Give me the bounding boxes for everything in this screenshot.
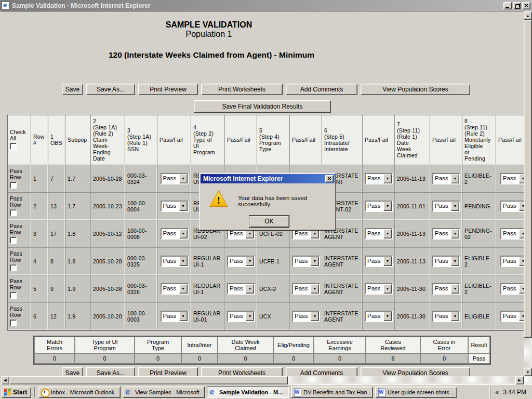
check-all-checkbox[interactable] <box>10 143 17 150</box>
view-population-scores-button[interactable]: View Population Scores <box>361 367 470 376</box>
pass-row-checkbox[interactable] <box>10 292 17 299</box>
cell-subpop: 1.9 <box>65 275 91 303</box>
pass-fail-select[interactable]: Pass▼ <box>500 201 524 212</box>
taskbar-task-4[interactable]: DV Benefits and Tax Han... <box>291 387 373 398</box>
cell-monetarily-eligible: ELIGIBLE-2 <box>462 275 496 303</box>
add-comments-button[interactable]: Add Comments <box>286 367 357 376</box>
pass-fail-select[interactable]: Pass▼ <box>227 283 255 295</box>
toolbar-bottom: SaveSave As...Print PreviewPrint Workshe… <box>62 367 470 376</box>
save-button[interactable]: Save <box>62 84 83 95</box>
cell-pass-fail: Pass▼ <box>430 275 462 303</box>
pass-fail-select[interactable]: Pass▼ <box>365 311 393 322</box>
pass-fail-select[interactable]: Pass▼ <box>500 256 524 267</box>
print-worksheets-button[interactable]: Print Worksheets <box>201 84 283 95</box>
taskbar-task-5[interactable]: User guide screen shots ... <box>375 387 457 398</box>
pass-fail-select[interactable]: Pass▼ <box>161 201 189 212</box>
pass-fail-select[interactable]: Pass▼ <box>432 228 460 240</box>
column-header: 6 (Step 5) Intrastate/ Interstate <box>322 115 363 165</box>
column-header: Pass/Fail <box>496 115 524 165</box>
pass-fail-select[interactable]: Pass▼ <box>292 283 320 295</box>
pass-fail-select[interactable]: Pass▼ <box>432 201 460 212</box>
taskbar-task-2[interactable]: View Samples - Microsoft... <box>123 387 205 398</box>
validation-item-title: 120 (Interstate Weeks Claimed from Agent… <box>1 50 422 60</box>
save-as-button[interactable]: Save As... <box>86 367 135 376</box>
cell-ssn: 100-00-0003 <box>125 303 157 330</box>
pass-fail-select[interactable]: Pass▼ <box>365 228 393 240</box>
ie-icon <box>125 388 133 396</box>
ok-button[interactable]: OK <box>249 215 289 228</box>
pass-fail-select[interactable]: Pass▼ <box>365 256 393 267</box>
pass-row-checkbox[interactable] <box>10 264 17 271</box>
pass-fail-select[interactable]: Pass▼ <box>432 173 460 184</box>
column-header-label: 3 (Step 1A) (Rule 1) SSN <box>127 127 151 152</box>
chevron-down-icon: ▼ <box>179 202 188 211</box>
pass-row-label: Pass Row <box>10 305 22 318</box>
pass-fail-select[interactable]: Pass▼ <box>432 283 460 295</box>
pass-fail-select[interactable]: Pass▼ <box>432 256 460 267</box>
scroll-right-icon[interactable]: ▶ <box>515 376 524 384</box>
start-button[interactable]: Start <box>2 387 31 398</box>
summary-header: Type of UI Program <box>75 337 135 353</box>
pass-fail-select[interactable]: Pass▼ <box>161 311 189 322</box>
cell-pass-fail: Pass▼ <box>496 303 524 330</box>
column-header: 8 (Step 11) (Rule 2) Monetarily Eligible… <box>462 115 496 165</box>
summary-header: Elig/Pending <box>273 337 314 353</box>
cell-pass-fail: Pass▼ <box>363 193 395 220</box>
column-header: Check All <box>8 115 31 165</box>
print-preview-button[interactable]: Print Preview <box>138 84 198 95</box>
window-titlebar: Sample Validation - Microsoft Internet E… <box>0 0 532 11</box>
scroll-up-icon[interactable]: ▲ <box>524 11 532 20</box>
summary-table-wrap: Match ErrorsType of UI ProgramProgram Ty… <box>33 336 491 365</box>
scroll-left-icon[interactable]: ◀ <box>1 376 9 384</box>
vertical-scrollbar[interactable]: ▲ ▼ <box>524 11 532 376</box>
print-worksheets-button[interactable]: Print Worksheets <box>201 367 283 376</box>
add-comments-button[interactable]: Add Comments <box>286 84 357 95</box>
cell-obs: 13 <box>48 193 65 220</box>
pass-fail-select[interactable]: Pass▼ <box>227 311 255 322</box>
horizontal-scrollbar[interactable]: ◀ ▶ <box>1 376 524 384</box>
pass-fail-select[interactable]: Pass▼ <box>500 173 524 184</box>
restore-button[interactable] <box>513 2 521 9</box>
chevron-down-icon: ▼ <box>311 284 319 294</box>
pass-fail-select[interactable]: Pass▼ <box>161 228 189 240</box>
dialog-message: Your data has been saved successfully. <box>238 195 335 207</box>
taskbar-task-3[interactable]: Sample Validation - M... <box>207 387 289 398</box>
vertical-scroll-thumb[interactable] <box>524 20 532 338</box>
pass-fail-select[interactable]: Pass▼ <box>227 256 255 267</box>
pass-fail-select[interactable]: Pass▼ <box>500 311 524 322</box>
pass-fail-select[interactable]: Pass▼ <box>365 283 393 295</box>
summary-header: Date Week Claimed <box>218 337 273 353</box>
pass-fail-select[interactable]: Pass▼ <box>161 256 189 267</box>
save-final-validation-button[interactable]: Save Final Validation Results <box>194 100 331 113</box>
pass-row-checkbox[interactable] <box>10 237 17 244</box>
pass-fail-select[interactable]: Pass▼ <box>161 283 189 295</box>
pass-fail-select[interactable]: Pass▼ <box>432 311 460 322</box>
cell-claim-week-ending-date: 2005-10-20 <box>91 303 125 330</box>
pass-fail-select[interactable]: Pass▼ <box>500 228 524 240</box>
save-as-button[interactable]: Save As... <box>86 84 135 95</box>
scroll-down-icon[interactable]: ▼ <box>524 368 532 376</box>
cell-pass-fail: Pass▼ <box>496 193 524 220</box>
pass-row-checkbox[interactable] <box>10 320 17 326</box>
pass-fail-select[interactable]: Pass▼ <box>292 311 320 322</box>
close-button[interactable] <box>522 2 530 9</box>
column-header-label: 7 (Step 11) (Rule 1) Date Week Claimed <box>397 121 420 158</box>
cell-ssn: 100-00-0004 <box>125 193 157 220</box>
pass-fail-select[interactable]: Pass▼ <box>161 173 189 184</box>
pass-row-checkbox[interactable] <box>10 182 17 189</box>
tray-chevron-icon[interactable]: « <box>496 389 499 396</box>
pass-fail-select[interactable]: Pass▼ <box>365 201 393 212</box>
print-preview-button[interactable]: Print Preview <box>138 367 198 376</box>
pass-fail-select[interactable]: Pass▼ <box>500 283 524 295</box>
horizontal-scroll-thumb[interactable] <box>9 376 288 384</box>
view-population-scores-button[interactable]: View Population Scores <box>361 84 470 95</box>
minimize-button[interactable] <box>503 2 512 9</box>
taskbar-task-1[interactable]: Inbox - Microsoft Outlook <box>38 387 121 398</box>
pass-fail-select[interactable]: Pass▼ <box>292 256 320 267</box>
pass-row-checkbox[interactable] <box>10 209 17 216</box>
pass-fail-select[interactable]: Pass▼ <box>365 173 393 184</box>
save-button[interactable]: Save <box>62 367 83 376</box>
dialog-close-icon[interactable] <box>325 175 334 182</box>
column-header-label: 8 (Step 11) (Rule 2) Monetarily Eligible… <box>464 118 490 162</box>
cell-pass-row: Pass Row <box>8 165 31 193</box>
